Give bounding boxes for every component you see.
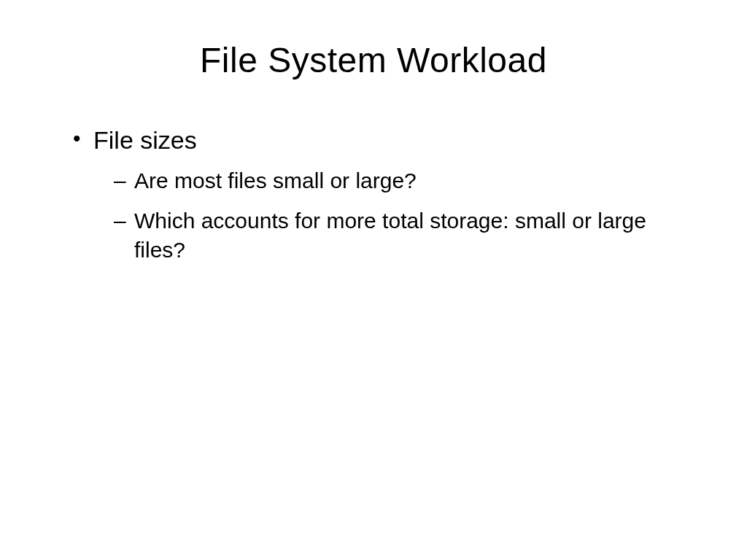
list-item: File sizes Are most files small or large… — [73, 124, 696, 265]
slide-container: File System Workload File sizes Are most… — [0, 0, 747, 560]
list-item: Are most files small or large? — [114, 166, 696, 196]
bullet-list-level-1: File sizes Are most files small or large… — [73, 124, 696, 265]
slide-title: File System Workload — [51, 40, 696, 80]
bullet-text: Which accounts for more total storage: s… — [134, 209, 646, 262]
bullet-list-level-2: Are most files small or large? Which acc… — [93, 166, 696, 265]
slide-content: File sizes Are most files small or large… — [51, 124, 696, 265]
list-item: Which accounts for more total storage: s… — [114, 206, 696, 265]
bullet-text: Are most files small or large? — [134, 168, 417, 192]
bullet-text: File sizes — [93, 126, 197, 154]
